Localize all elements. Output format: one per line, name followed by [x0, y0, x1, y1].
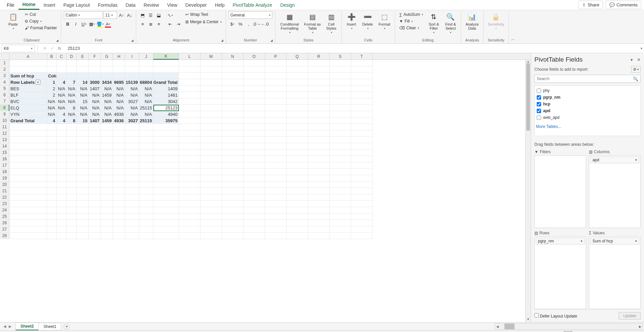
cell[interactable]: [179, 105, 200, 111]
row-header-15[interactable]: 15: [0, 150, 9, 156]
align-middle-icon[interactable]: ☰: [147, 11, 154, 19]
cell[interactable]: [9, 233, 47, 239]
cell[interactable]: N/A: [67, 98, 77, 105]
cell[interactable]: [47, 137, 56, 143]
cell[interactable]: [243, 188, 265, 194]
cell[interactable]: [77, 181, 89, 188]
cell[interactable]: [351, 201, 373, 207]
cell[interactable]: [9, 66, 47, 73]
cell[interactable]: [179, 130, 200, 137]
cell[interactable]: [9, 181, 47, 188]
cell[interactable]: [200, 143, 222, 150]
column-header-Q[interactable]: Q: [287, 53, 308, 60]
cell[interactable]: [200, 233, 222, 239]
cell[interactable]: [287, 175, 308, 181]
cell[interactable]: [265, 175, 287, 181]
tab-insert[interactable]: Insert: [39, 1, 59, 9]
cell[interactable]: [265, 194, 287, 201]
cell[interactable]: [243, 213, 265, 220]
cell[interactable]: [89, 207, 101, 213]
cell[interactable]: [351, 143, 373, 150]
cell[interactable]: [351, 86, 373, 92]
font-name-combo[interactable]: Calibri▾: [64, 11, 103, 19]
cell[interactable]: [113, 73, 125, 79]
cell[interactable]: [77, 207, 89, 213]
cell[interactable]: 1459: [101, 118, 113, 124]
cell[interactable]: [330, 181, 351, 188]
cell[interactable]: [125, 137, 139, 143]
cell[interactable]: [139, 220, 153, 226]
row-header-11[interactable]: 11: [0, 124, 9, 130]
cell[interactable]: [113, 143, 125, 150]
enter-formula-icon[interactable]: ✓: [49, 46, 55, 51]
cell[interactable]: [113, 130, 125, 137]
cell[interactable]: [101, 201, 113, 207]
cell[interactable]: Sum of hcp: [9, 73, 47, 79]
cell[interactable]: [308, 118, 330, 124]
column-header-J[interactable]: J: [139, 53, 153, 60]
cell[interactable]: [89, 130, 101, 137]
cell[interactable]: [351, 156, 373, 162]
cell[interactable]: Grand Total: [153, 79, 179, 86]
cell[interactable]: [77, 220, 89, 226]
cell[interactable]: [287, 86, 308, 92]
cell[interactable]: [113, 188, 125, 194]
scroll-down-icon[interactable]: ▼: [526, 318, 531, 322]
font-launcher[interactable]: ◢: [131, 39, 135, 43]
cell[interactable]: [243, 92, 265, 98]
cell[interactable]: [89, 150, 101, 156]
row-header-17[interactable]: 17: [0, 162, 9, 169]
cell[interactable]: [330, 213, 351, 220]
cell[interactable]: [330, 130, 351, 137]
row-header-9[interactable]: 9: [0, 111, 9, 118]
cell[interactable]: [56, 124, 67, 130]
cell[interactable]: [308, 194, 330, 201]
cell[interactable]: [265, 226, 287, 233]
merge-center-button[interactable]: ⊞Merge & Center▾: [184, 19, 223, 25]
cell[interactable]: [89, 175, 101, 181]
cell[interactable]: [139, 201, 153, 207]
defer-layout-checkbox[interactable]: Defer Layout Update: [534, 313, 577, 319]
cell[interactable]: [89, 124, 101, 130]
cell[interactable]: [179, 86, 200, 92]
cell[interactable]: [287, 79, 308, 86]
cell[interactable]: [153, 137, 179, 143]
cell[interactable]: N/A: [139, 92, 153, 98]
cell[interactable]: [67, 181, 77, 188]
cell[interactable]: [308, 207, 330, 213]
cell[interactable]: [113, 233, 125, 239]
cell[interactable]: Grand Total: [9, 118, 47, 124]
field-checkbox[interactable]: [537, 89, 541, 93]
cell-styles-button[interactable]: ▥Cell Styles▾: [324, 11, 339, 35]
cell[interactable]: 4936: [113, 111, 125, 118]
cell[interactable]: [77, 175, 89, 181]
cell[interactable]: N/A: [101, 86, 113, 92]
cell[interactable]: [113, 213, 125, 220]
cell[interactable]: N/A: [113, 98, 125, 105]
row-header-4[interactable]: 4: [0, 79, 9, 86]
cell[interactable]: [200, 207, 222, 213]
cell[interactable]: [351, 194, 373, 201]
sheet-nav-next-icon[interactable]: ▶: [7, 324, 13, 329]
cell[interactable]: [222, 188, 243, 194]
cell[interactable]: [67, 188, 77, 194]
cell[interactable]: [200, 73, 222, 79]
cell[interactable]: [47, 213, 56, 220]
cell[interactable]: [287, 201, 308, 207]
cell[interactable]: [77, 194, 89, 201]
cell[interactable]: [330, 150, 351, 156]
cell[interactable]: 3434: [101, 79, 113, 86]
cell[interactable]: N/A: [139, 98, 153, 105]
tab-review[interactable]: Review: [140, 1, 163, 9]
cell[interactable]: [200, 66, 222, 73]
cell[interactable]: [153, 175, 179, 181]
cell[interactable]: [125, 207, 139, 213]
cell[interactable]: [77, 201, 89, 207]
cell[interactable]: [308, 111, 330, 118]
cell[interactable]: [153, 226, 179, 233]
cell[interactable]: [200, 79, 222, 86]
column-header-D[interactable]: D: [67, 53, 77, 60]
cell[interactable]: [222, 207, 243, 213]
cell[interactable]: [308, 181, 330, 188]
cell[interactable]: [200, 194, 222, 201]
